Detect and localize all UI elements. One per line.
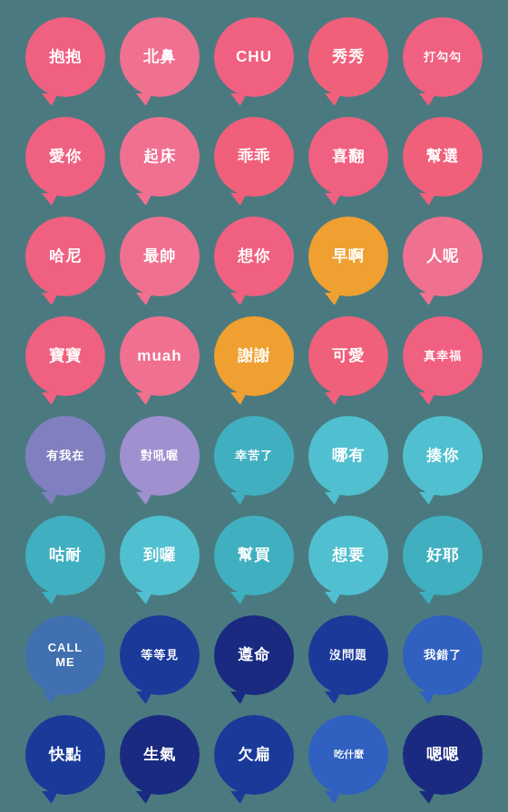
bubble-19[interactable]: 真幸福 [403,316,483,396]
bubble-9[interactable]: 幫選 [403,117,483,197]
bubble-10[interactable]: 哈尼 [25,217,105,296]
bubble-1[interactable]: 北鼻 [120,17,200,97]
bubble-label-16: muah [137,347,181,365]
bubble-7[interactable]: 乖乖 [214,117,294,197]
bubble-4[interactable]: 打勾勾 [403,17,483,97]
bubble-label-32: 遵命 [238,646,270,664]
bubble-label-4: 打勾勾 [424,50,462,64]
bubble-label-27: 幫買 [238,546,270,565]
bubble-label-12: 想你 [238,247,270,266]
bubble-label-23: 哪有 [332,447,365,465]
bubble-22[interactable]: 幸苦了 [214,416,294,496]
bubble-label-1: 北鼻 [143,48,176,66]
bubble-label-5: 愛你 [49,148,82,166]
bubble-label-30: CALL ME [48,641,83,669]
bubble-label-25: 咕耐 [49,546,82,565]
bubble-label-24: 揍你 [426,447,459,465]
bubble-15[interactable]: 寶寶 [25,316,105,396]
bubble-label-13: 早啊 [332,247,365,266]
bubble-label-8: 喜翻 [332,148,365,166]
bubble-label-0: 抱抱 [49,48,82,66]
bubble-label-11: 最帥 [143,247,176,266]
bubble-label-31: 等等見 [141,648,179,662]
bubble-26[interactable]: 到囉 [120,516,200,595]
bubble-2[interactable]: CHU [214,17,294,97]
bubble-13[interactable]: 早啊 [308,217,388,296]
bubble-0[interactable]: 抱抱 [25,17,105,97]
bubble-35[interactable]: 快點 [25,715,105,795]
bubble-label-19: 真幸福 [424,349,462,363]
bubble-label-35: 快點 [49,746,82,764]
bubble-33[interactable]: 沒問題 [308,615,388,695]
bubble-label-22: 幸苦了 [235,449,273,463]
bubble-label-38: 吃什麼 [334,749,364,760]
bubble-label-17: 謝謝 [238,347,270,365]
bubble-label-9: 幫選 [426,148,459,166]
bubble-label-14: 人呢 [426,247,459,266]
bubble-label-18: 可愛 [332,347,365,365]
bubble-25[interactable]: 咕耐 [25,516,105,595]
bubble-31[interactable]: 等等見 [120,615,200,695]
bubble-6[interactable]: 起床 [120,117,200,197]
bubble-label-2: CHU [236,48,272,66]
bubble-21[interactable]: 對吼喔 [120,416,200,496]
bubble-16[interactable]: muah [120,316,200,396]
bubble-18[interactable]: 可愛 [308,316,388,396]
bubble-label-10: 哈尼 [49,247,82,266]
bubble-37[interactable]: 欠扁 [214,715,294,795]
bubble-label-20: 有我在 [46,449,84,463]
bubble-38[interactable]: 吃什麼 [308,715,388,795]
bubble-27[interactable]: 幫買 [214,516,294,595]
bubble-label-26: 到囉 [143,546,176,565]
bubble-label-34: 我錯了 [424,648,462,662]
sticker-grid: 抱抱北鼻CHU秀秀打勾勾愛你起床乖乖喜翻幫選哈尼最帥想你早啊人呢寶寶muah謝謝… [11,0,497,812]
bubble-20[interactable]: 有我在 [25,416,105,496]
bubble-34[interactable]: 我錯了 [403,615,483,695]
bubble-39[interactable]: 嗯嗯 [403,715,483,795]
bubble-11[interactable]: 最帥 [120,217,200,296]
bubble-8[interactable]: 喜翻 [308,117,388,197]
bubble-label-7: 乖乖 [238,148,270,166]
bubble-label-15: 寶寶 [49,347,82,365]
bubble-label-29: 好耶 [426,546,459,565]
bubble-5[interactable]: 愛你 [25,117,105,197]
bubble-label-3: 秀秀 [332,48,365,66]
bubble-label-28: 想要 [332,546,365,565]
bubble-3[interactable]: 秀秀 [308,17,388,97]
bubble-14[interactable]: 人呢 [403,217,483,296]
bubble-32[interactable]: 遵命 [214,615,294,695]
bubble-29[interactable]: 好耶 [403,516,483,595]
bubble-12[interactable]: 想你 [214,217,294,296]
bubble-24[interactable]: 揍你 [403,416,483,496]
bubble-label-33: 沒問題 [329,648,367,662]
bubble-30[interactable]: CALL ME [25,615,105,695]
bubble-36[interactable]: 生氣 [120,715,200,795]
bubble-label-6: 起床 [143,148,176,166]
bubble-label-37: 欠扁 [238,746,270,764]
bubble-label-39: 嗯嗯 [426,746,459,764]
bubble-label-21: 對吼喔 [141,449,179,463]
bubble-label-36: 生氣 [143,746,176,764]
bubble-17[interactable]: 謝謝 [214,316,294,396]
bubble-28[interactable]: 想要 [308,516,388,595]
bubble-23[interactable]: 哪有 [308,416,388,496]
